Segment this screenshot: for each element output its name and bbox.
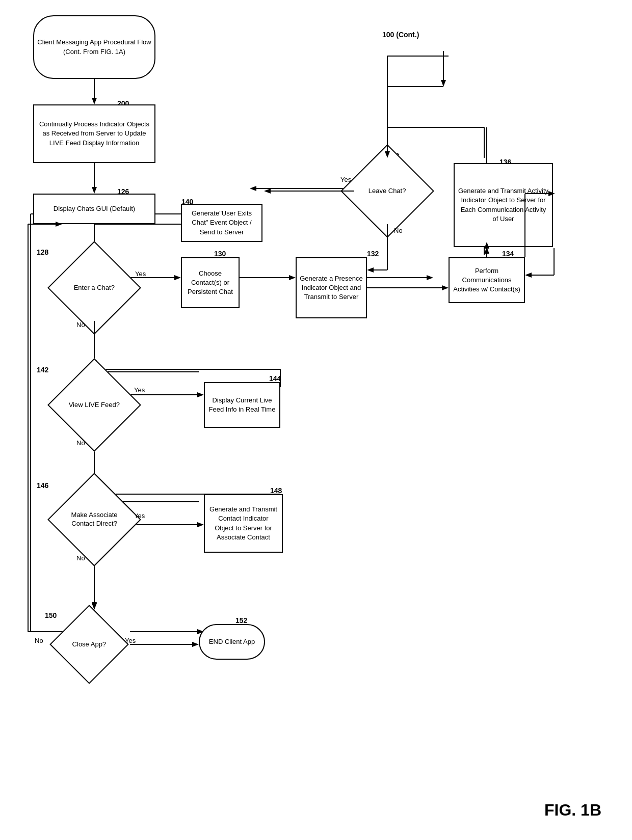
label-128: 128 — [37, 248, 48, 256]
box-148: Generate and Transmit Contact Indicator … — [204, 494, 283, 553]
end-oval: END Client App — [199, 624, 265, 660]
svg-marker-70 — [484, 247, 489, 254]
yes-label-142: Yes — [134, 386, 145, 394]
diamond-150: Close App? — [49, 605, 129, 684]
diamond-142-text: View LIVE Feed? — [69, 401, 120, 410]
no-label-138: No — [394, 227, 403, 234]
svg-marker-83 — [367, 267, 374, 273]
no-label-146: No — [76, 554, 85, 562]
no-label-142: No — [76, 439, 85, 447]
svg-marker-11 — [289, 275, 296, 280]
label-146: 146 — [37, 481, 48, 490]
no-label-150: No — [35, 637, 43, 644]
box-136: Generate and Transmit Activity Indicator… — [454, 163, 553, 247]
flowchart-container: 100 (Cont.) Client Messaging App Procedu… — [0, 0, 632, 840]
diamond-128: Enter a Chat? — [47, 241, 141, 335]
label-152: 152 — [235, 616, 247, 625]
cont-100-label: 100 (Cont.) — [382, 31, 419, 39]
box-144: Display Current Live Feed Info in Real T… — [204, 382, 280, 428]
box-134: Perform Communications Activities w/ Con… — [449, 257, 525, 303]
svg-marker-13 — [427, 275, 433, 280]
label-144: 144 — [269, 374, 281, 383]
box-130-text: Choose Contact(s) or Persistent Chat — [182, 266, 239, 300]
svg-marker-65 — [192, 642, 199, 647]
diamond-142: View LIVE Feed? — [47, 358, 141, 452]
box-126-text: Display Chats GUI (Default) — [50, 201, 138, 216]
no-label-128: No — [76, 321, 85, 329]
svg-marker-7 — [174, 275, 181, 280]
label-134: 134 — [502, 250, 514, 258]
svg-marker-1 — [92, 98, 97, 104]
svg-marker-19 — [250, 186, 256, 191]
label-148: 148 — [270, 486, 282, 495]
box-140-text: Generate"User Exits Chat" Event Object /… — [182, 206, 261, 240]
label-150: 150 — [45, 611, 57, 619]
svg-marker-34 — [197, 522, 204, 527]
yes-label-128: Yes — [135, 270, 146, 278]
box-126: Display Chats GUI (Default) — [33, 194, 155, 224]
svg-marker-24 — [441, 80, 446, 87]
fig-label: FIG. 1B — [544, 801, 601, 820]
box-148-text: Generate and Transmit Contact Indicator … — [205, 502, 282, 545]
yes-label-146: Yes — [134, 512, 145, 520]
label-130: 130 — [214, 250, 226, 258]
box-140: Generate"User Exits Chat" Event Object /… — [181, 204, 262, 242]
svg-marker-28 — [197, 392, 204, 397]
box-200-text: Continually Process Indicator Objects as… — [34, 117, 154, 151]
diamond-138: Leave Chat? — [340, 144, 434, 238]
start-oval: Client Messaging App Procedural Flow (Co… — [33, 15, 155, 79]
end-oval-text: END Client App — [206, 634, 258, 649]
diamond-146-text: Make Associate Contact Direct? — [62, 511, 126, 528]
svg-marker-78 — [264, 188, 271, 194]
box-132: Generate a Presence Indicator Object and… — [296, 257, 367, 318]
svg-marker-76 — [525, 273, 532, 278]
svg-marker-3 — [92, 187, 97, 194]
box-200: Continually Process Indicator Objects as… — [33, 104, 155, 163]
diamond-138-text: Leave Chat? — [368, 187, 406, 196]
label-142: 142 — [37, 366, 48, 374]
svg-marker-49 — [442, 285, 449, 290]
box-136-text: Generate and Transmit Activity Indicator… — [455, 183, 552, 227]
yes-label-138: Yes — [340, 176, 351, 183]
label-132: 132 — [367, 250, 379, 258]
box-134-text: Perform Communications Activities w/ Con… — [450, 263, 524, 297]
box-144-text: Display Current Live Feed Info in Real T… — [205, 393, 279, 417]
start-oval-text: Client Messaging App Procedural Flow (Co… — [34, 35, 154, 59]
diamond-146: Make Associate Contact Direct? — [47, 473, 141, 566]
yes-label-150: Yes — [125, 637, 136, 644]
diamond-128-text: Enter a Chat? — [74, 284, 115, 292]
diamond-150-text: Close App? — [72, 640, 107, 649]
box-132-text: Generate a Presence Indicator Object and… — [297, 271, 366, 305]
box-130: Choose Contact(s) or Persistent Chat — [181, 257, 240, 308]
